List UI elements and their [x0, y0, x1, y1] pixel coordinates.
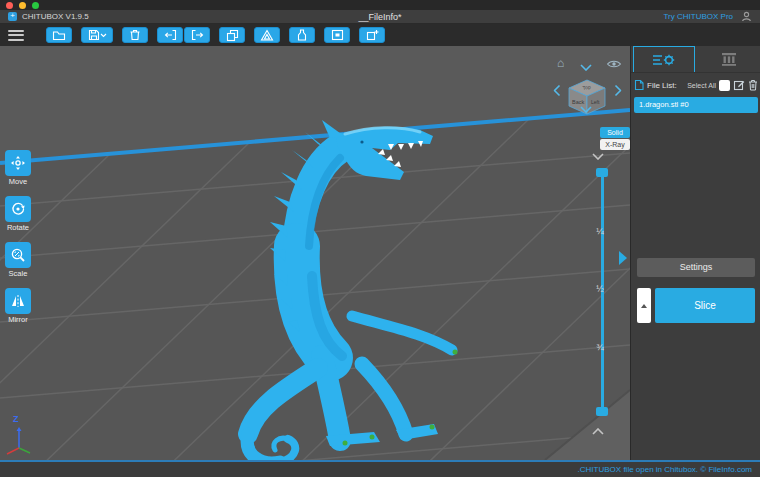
rotate-view-left-icon[interactable]	[554, 85, 561, 97]
eye-icon[interactable]	[606, 59, 622, 69]
tabs-divider	[631, 72, 760, 73]
caret-up-icon	[641, 304, 647, 308]
file-list-title: File List:	[647, 81, 677, 90]
slider-expand-chevron-icon[interactable]	[592, 428, 604, 435]
file-icon	[634, 79, 644, 91]
select-all-checkbox[interactable]	[719, 80, 730, 91]
save-dropdown-chevron-icon	[100, 33, 107, 38]
rotate-view-right-icon[interactable]	[615, 85, 622, 97]
tab-print-settings[interactable]	[633, 46, 695, 72]
app-titlebar: + CHITUBOX V1.9.5 __FileInfo* Try CHITUB…	[0, 10, 760, 24]
scale-tool-label: Scale	[0, 269, 36, 278]
move-tool-button[interactable]	[5, 150, 31, 176]
file-list-item[interactable]: 1.dragon.stl #0	[634, 97, 758, 113]
cube-front-face-label: Back	[572, 99, 584, 105]
clip-slider-track[interactable]	[601, 174, 604, 414]
save-button[interactable]	[81, 27, 113, 43]
delete-button[interactable]	[122, 27, 148, 43]
cube-right-face-label: Left	[591, 99, 600, 105]
mac-titlebar	[0, 0, 760, 10]
chitubox-window: + CHITUBOX V1.9.5 __FileInfo* Try CHITUB…	[0, 0, 760, 477]
rotate-tool-button[interactable]	[5, 196, 31, 222]
tab-support[interactable]	[698, 46, 759, 72]
panel-collapse-arrow[interactable]	[619, 251, 627, 265]
3d-viewport[interactable]: Move Rotate Scale	[0, 46, 630, 460]
support-pillar-icon	[719, 51, 739, 67]
move-tool-label: Move	[0, 177, 36, 186]
axis-gizmo-icon	[2, 426, 38, 458]
undo-button[interactable]	[157, 27, 183, 43]
slice-button[interactable]: Slice	[655, 288, 755, 323]
clip-slider-top-handle[interactable]	[596, 168, 608, 177]
rotate-view-up-icon[interactable]	[580, 64, 592, 71]
right-panel: File List: Select All 1.dragon.stl #0 Se…	[630, 46, 760, 460]
status-credit-text: .CHITUBOX file open in Chitubox. © FileI…	[578, 465, 752, 474]
solid-view-button[interactable]: Solid	[600, 127, 630, 138]
redo-button[interactable]	[184, 27, 210, 43]
edit-icon[interactable]	[733, 79, 745, 91]
hollow-button[interactable]	[254, 27, 280, 43]
scale-tool-button[interactable]	[5, 242, 31, 268]
slider-quarter-label: ¼	[592, 226, 608, 236]
mirror-icon	[10, 293, 26, 309]
slice-options-button[interactable]	[637, 288, 651, 323]
status-bar: .CHITUBOX file open in Chitubox. © FileI…	[0, 462, 760, 477]
xray-view-button[interactable]: X-Ray	[600, 139, 630, 150]
slider-collapse-chevron-icon[interactable]	[592, 153, 604, 160]
slider-threequarter-label: ¾	[592, 342, 608, 352]
main-toolbar	[0, 24, 760, 46]
rotate-tool-label: Rotate	[0, 223, 36, 232]
try-pro-link[interactable]: Try CHITUBOX Pro	[664, 12, 733, 21]
print-settings-icon	[652, 52, 676, 68]
infill-button[interactable]	[289, 27, 315, 43]
home-view-icon[interactable]: ⌂	[557, 56, 564, 70]
mirror-tool-label: Mirror	[0, 315, 36, 324]
trash-icon[interactable]	[748, 79, 758, 91]
select-all-label: Select All	[687, 82, 716, 89]
slider-half-label: ½	[592, 284, 608, 294]
open-folder-button[interactable]	[46, 27, 72, 43]
window-title: __FileInfo*	[0, 12, 760, 22]
rotate-view-down-icon[interactable]	[580, 106, 592, 113]
rotate-icon	[10, 201, 26, 217]
mirror-tool-button[interactable]	[5, 288, 31, 314]
scale-icon	[10, 247, 26, 263]
close-window-button[interactable]	[6, 2, 13, 9]
clone-button[interactable]	[219, 27, 245, 43]
account-person-icon[interactable]	[741, 11, 752, 22]
minimize-window-button[interactable]	[19, 2, 26, 9]
clip-slider-bottom-handle[interactable]	[596, 407, 608, 416]
fullscreen-window-button[interactable]	[32, 2, 39, 9]
dig-hole-button[interactable]	[324, 27, 350, 43]
z-axis-label: Z	[13, 414, 19, 424]
hamburger-menu-icon[interactable]	[8, 30, 24, 41]
arrange-button[interactable]	[359, 27, 385, 43]
settings-button[interactable]: Settings	[637, 258, 755, 277]
dragon-model[interactable]	[0, 46, 630, 460]
move-icon	[10, 155, 26, 171]
